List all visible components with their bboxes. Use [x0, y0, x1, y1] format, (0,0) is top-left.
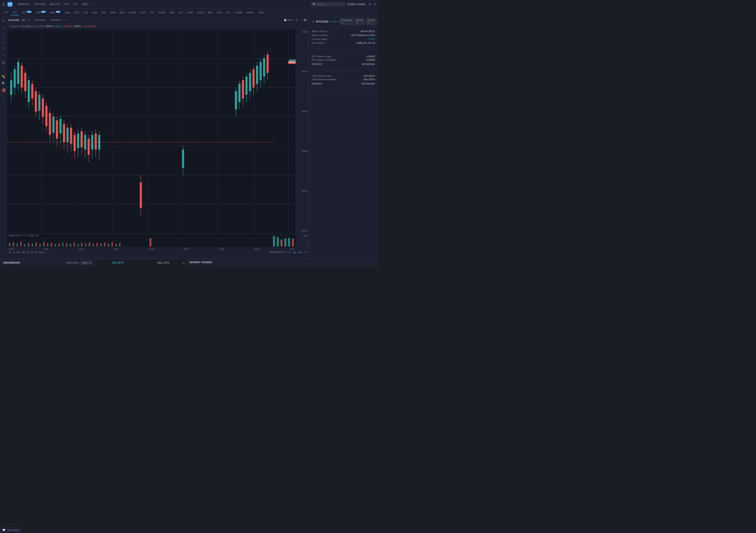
btc-deposit-btn[interactable]: DEPOSIT: [312, 63, 322, 66]
sym-tab-eos[interactable]: EOS: [138, 10, 147, 15]
expand-icon[interactable]: ▸: [9, 25, 10, 28]
sym-tab-eth[interactable]: ETH: [72, 10, 81, 15]
text-tool[interactable]: T: [1, 46, 6, 51]
time-03: 03:00: [44, 248, 49, 250]
future-btn[interactable]: Future ▾: [366, 18, 376, 25]
nav-ftt[interactable]: FTT: [73, 3, 78, 6]
sym-tab-matic[interactable]: MATIC: [245, 10, 256, 15]
svg-rect-83: [256, 66, 258, 84]
sym-tab-bnb[interactable]: BNB: [108, 10, 118, 15]
chart-settings-icon[interactable]: ⚙: [296, 19, 298, 21]
trade-panel: BUY BTC SELL BTC ↻ Entry price * MKT USD…: [95, 259, 186, 267]
sym-tab-btc[interactable]: BTC: [11, 10, 19, 15]
sym-tab-bsv[interactable]: BSV: [99, 10, 108, 15]
undo-btn[interactable]: ↩: [62, 19, 64, 21]
fork-tool[interactable]: ⑂: [1, 53, 6, 58]
usd-deposit-btn[interactable]: DEPOSIT: [312, 82, 322, 85]
indicators-btn[interactable]: ⌇ Indicators: [49, 19, 60, 21]
magnet-tool[interactable]: 🧲: [1, 88, 6, 93]
tf-1d[interactable]: 1d: [35, 251, 38, 253]
sym-tab-ada[interactable]: ADA: [90, 10, 99, 15]
sym-tab-link[interactable]: LINK: [63, 10, 72, 15]
sym-tab-atom[interactable]: ATOM: [127, 10, 138, 15]
sym-tab-mkr[interactable]: MKR NEW: [48, 10, 63, 15]
pct-btn[interactable]: %: [289, 251, 291, 253]
fullscreen-icon[interactable]: ⛶: [300, 19, 302, 21]
crosshair-tool[interactable]: ✛: [1, 18, 6, 23]
sym-tab-shit[interactable]: SHIT: [185, 10, 195, 15]
symbol-tabs: FTT BTC VET NEW SXP NEW MKR NEW LINK ETH…: [0, 9, 378, 16]
tf-5d[interactable]: 5d: [31, 251, 33, 253]
sell-tab[interactable]: SELL BTC: [141, 259, 186, 267]
sym-tab-xrp[interactable]: XRP: [167, 10, 177, 15]
tf-goto[interactable]: Go to...: [39, 251, 46, 253]
sym-tab-vet[interactable]: VET NEW: [19, 10, 34, 15]
svg-rect-87: [263, 58, 265, 77]
sym-tab-algo[interactable]: ALGO: [195, 10, 206, 15]
trend-line-tool[interactable]: ╱: [1, 32, 6, 37]
refresh-icon[interactable]: ↻: [182, 261, 184, 265]
favorite-star[interactable]: ☆: [312, 20, 315, 23]
orderbook-panel: ORDERBOOK GROUPING None 0.5 1.0 Bid Size…: [0, 259, 95, 267]
redo-btn[interactable]: ↪: [66, 19, 67, 21]
svg-rect-119: [115, 244, 117, 247]
logo[interactable]: FTX: [8, 2, 13, 7]
svg-rect-39: [52, 117, 55, 133]
bar-type-icon[interactable]: ◫: [28, 19, 30, 21]
price-label-4: 9280.0: [297, 150, 308, 152]
sym-tab-bch[interactable]: BCH: [118, 10, 127, 15]
chart-canvas[interactable]: 9304.0 9300.0: [7, 29, 296, 233]
tabs-scroll-right[interactable]: ›: [268, 11, 269, 14]
nav-options[interactable]: OPTIONS: [34, 3, 46, 6]
svg-rect-102: [51, 243, 52, 247]
save-btn[interactable]: 💾 Save ▾: [284, 19, 294, 21]
timeframe-btn[interactable]: 5m: [21, 18, 26, 22]
cursor-tool[interactable]: ↖: [1, 25, 6, 30]
perpetual-btn[interactable]: Perpetual ▾: [340, 18, 353, 25]
compare-btn[interactable]: ⊕ Compare: [34, 19, 45, 21]
nav-wallet[interactable]: WALLET: [50, 3, 60, 6]
horizontal-line-tool[interactable]: —: [1, 39, 6, 44]
sym-tab-comp[interactable]: COMP: [233, 10, 245, 15]
monitor-icon[interactable]: 🖥: [368, 3, 371, 6]
tf-5y[interactable]: 5y: [9, 251, 11, 253]
sym-tab-etc[interactable]: ETC: [224, 10, 233, 15]
sym-tab-alt[interactable]: ALT: [177, 10, 185, 15]
sym-tab-sxp[interactable]: SXP NEW: [34, 10, 48, 15]
sym-tab-ftt[interactable]: FTT: [2, 10, 11, 15]
spot-btn[interactable]: Spot ▾: [377, 18, 378, 25]
search-bar[interactable]: 🔍: [310, 2, 345, 7]
grouping-select[interactable]: None 0.5 1.0: [80, 261, 92, 265]
usd-withdraw-btn[interactable]: WITHDRAW: [362, 82, 375, 85]
sym-tab-xtz[interactable]: XTZ: [81, 10, 90, 15]
log-btn[interactable]: log: [293, 251, 296, 253]
nav-otc[interactable]: OTC: [64, 3, 69, 6]
channel-tool[interactable]: ⊞: [1, 60, 6, 65]
zoom-tool[interactable]: 🔍: [1, 81, 6, 86]
screenshot-icon[interactable]: 📷: [304, 19, 307, 21]
sym-tab-mid[interactable]: MID: [206, 10, 215, 15]
svg-rect-106: [66, 243, 68, 247]
back-tool[interactable]: ←: [1, 67, 6, 72]
auto-btn[interactable]: auto: [298, 251, 302, 253]
tf-1y[interactable]: 1y: [13, 251, 15, 253]
more-tools[interactable]: ⋯: [1, 94, 6, 100]
search-input[interactable]: [317, 3, 343, 6]
nav-help[interactable]: HELP: [82, 3, 89, 6]
btc-withdraw-btn[interactable]: WITHDRAW: [362, 63, 375, 66]
tf-6m[interactable]: 6m: [17, 251, 20, 253]
menu-icon[interactable]: ☰: [2, 3, 5, 6]
sym-tab-knc[interactable]: KNC: [215, 10, 224, 15]
time-settings-icon[interactable]: ⚙: [305, 251, 307, 253]
sym-tab-ltc[interactable]: LTC: [148, 10, 156, 15]
sym-tab-doge[interactable]: DOGE: [156, 10, 167, 15]
tf-1m[interactable]: 1m: [26, 251, 29, 253]
tf-3m[interactable]: 3m: [21, 251, 24, 253]
translate-icon[interactable]: A: [374, 3, 376, 6]
sym-tab-usdt[interactable]: USDT: [256, 10, 267, 15]
buy-tab[interactable]: BUY BTC: [95, 259, 141, 267]
quote-currency-row: Quote currency: USD Stablecoin (USD): [312, 34, 375, 37]
nav-markets[interactable]: MARKETS: [17, 3, 30, 6]
move-btn[interactable]: MOVE ▾: [355, 18, 365, 25]
measure-tool[interactable]: 📏: [1, 74, 6, 79]
